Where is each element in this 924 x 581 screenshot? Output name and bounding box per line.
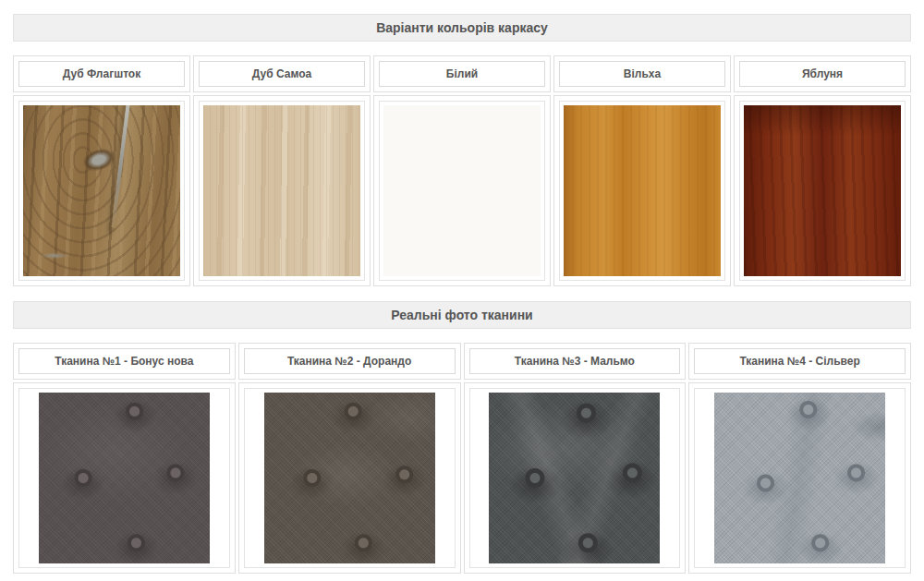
fabric-label-cell: Тканина №3 - Мальмо — [464, 343, 687, 380]
frame-colors-section-title: Варіанти кольорів каркасу — [13, 14, 911, 42]
fabric-image-cell — [688, 382, 911, 574]
frame-color-image-cell — [13, 95, 190, 286]
fabric-image-frame — [469, 388, 681, 568]
fabric-image-cell — [238, 382, 461, 574]
frame-color-label-alder: Вільха — [559, 61, 725, 87]
frame-color-label-cell: Дуб Флагшток — [13, 55, 190, 92]
frame-color-image-frame — [18, 101, 185, 281]
fabric-label-silver: Тканина №4 - Сільвер — [694, 348, 906, 374]
frame-color-image-frame — [379, 101, 545, 281]
swatch-image-fabric-dorando — [264, 393, 435, 563]
fabric-image-cell — [13, 382, 236, 574]
frame-color-image-frame — [559, 101, 725, 281]
swatch-image-alder — [564, 105, 721, 276]
fabric-label-dorando: Тканина №2 - Дорандо — [244, 348, 456, 374]
frame-color-label-apple: Яблуня — [739, 61, 906, 87]
frame-color-label-oak-flagstock: Дуб Флагшток — [18, 61, 185, 87]
frame-color-image-cell — [734, 95, 911, 286]
frame-color-image-frame — [739, 101, 906, 281]
fabric-image-frame — [18, 388, 230, 568]
frame-color-label-cell: Дуб Самоа — [193, 55, 371, 92]
fabric-label-cell: Тканина №4 - Сільвер — [688, 343, 911, 380]
fabric-image-frame — [694, 388, 906, 568]
swatch-image-oak-samoa — [203, 105, 360, 276]
fabric-photos-section: Реальні фото тканини Тканина №1 - Бонус … — [13, 301, 911, 574]
frame-color-label-cell: Яблуня — [734, 55, 911, 92]
frame-colors-label-row: Дуб Флагшток Дуб Самоа Білий Вільха Яблу… — [13, 55, 911, 92]
frame-color-label-white: Білий — [379, 61, 545, 87]
swatch-image-white — [383, 105, 541, 276]
swatch-image-apple — [744, 105, 901, 276]
fabric-image-cell — [464, 382, 687, 574]
swatch-image-fabric-bonus-nova — [39, 393, 210, 563]
frame-color-image-cell — [373, 95, 551, 286]
frame-color-image-cell — [553, 95, 731, 286]
fabric-label-cell: Тканина №2 - Дорандо — [238, 343, 461, 380]
fabric-image-row — [13, 382, 911, 574]
frame-color-image-frame — [199, 101, 365, 281]
swatch-image-oak-flagstock — [23, 105, 180, 276]
swatch-image-fabric-malmo — [489, 393, 660, 563]
frame-colors-section: Варіанти кольорів каркасу Дуб Флагшток Д… — [13, 14, 911, 286]
frame-color-label-cell: Вільха — [553, 55, 731, 92]
frame-color-label-cell: Білий — [373, 55, 551, 92]
fabric-photos-section-title: Реальні фото тканини — [13, 301, 911, 329]
swatch-image-fabric-silver — [714, 393, 885, 563]
fabric-label-bonus-nova: Тканина №1 - Бонус нова — [18, 348, 230, 374]
frame-color-image-cell — [193, 95, 371, 286]
fabric-label-row: Тканина №1 - Бонус нова Тканина №2 - Дор… — [13, 343, 911, 380]
fabric-label-cell: Тканина №1 - Бонус нова — [13, 343, 236, 380]
fabric-label-malmo: Тканина №3 - Мальмо — [469, 348, 681, 374]
product-options-page: Варіанти кольорів каркасу Дуб Флагшток Д… — [0, 0, 924, 581]
frame-color-label-oak-samoa: Дуб Самоа — [199, 61, 365, 87]
fabric-image-frame — [244, 388, 456, 568]
frame-colors-image-row — [13, 95, 911, 286]
